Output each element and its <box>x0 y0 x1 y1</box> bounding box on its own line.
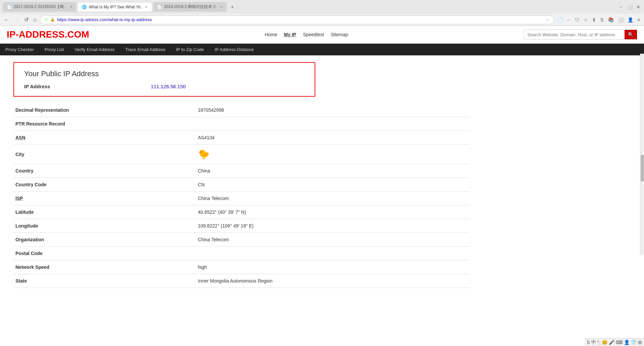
browser-tab-3[interactable]: 📄 2018-2019-2 网络对抗技术 2... ✕ <box>153 2 227 12</box>
row-value-network-speed: high <box>196 260 470 274</box>
menu-button[interactable]: ≡ <box>636 16 641 23</box>
maximize-button[interactable]: ⬜ <box>627 4 633 10</box>
ip-info-table: Decimal Representation 1870542998 PTR Re… <box>13 103 470 288</box>
ip-row: IP Address 111.126.56.150 <box>24 84 305 89</box>
subnav-proxy-checker[interactable]: Proxy Checker <box>0 44 39 55</box>
subnav-verify-email[interactable]: Verify Email Address <box>69 44 120 55</box>
table-row: Network Speed high <box>13 260 470 274</box>
table-row: Organization China Telecom <box>13 233 470 247</box>
subnav-trace-email[interactable]: Trace Email Address <box>120 44 171 55</box>
browser-chrome: 📄 2017-2018-2 20155303【网... ✕ 🌐 What Is … <box>0 0 644 26</box>
logo-highlight: A <box>19 29 25 40</box>
row-label-country: Country <box>13 164 196 178</box>
sub-nav: Proxy Checker Proxy List Verify Email Ad… <box>0 44 644 55</box>
nav-myip[interactable]: My IP <box>284 32 297 37</box>
tab3-favicon: 📄 <box>157 5 162 9</box>
url-input[interactable] <box>57 17 543 22</box>
ip-value[interactable]: 111.126.56.150 <box>151 84 186 89</box>
table-row: Postal Code <box>13 247 470 260</box>
row-label-postal-code: Postal Code <box>13 247 196 260</box>
search-button[interactable]: 🔍 <box>625 30 637 39</box>
main-nav: Home My IP Speedtest Sitemap <box>265 32 348 37</box>
forward-button[interactable]: → <box>13 15 21 24</box>
row-label-asn: ASN <box>13 131 196 145</box>
table-row: City 🐤 <box>13 145 470 164</box>
row-value-postal-code <box>196 247 470 260</box>
row-label-ptr: PTR Resource Record <box>13 117 196 131</box>
row-value-latitude: 40.6522° (40° 39′ 7″ N) <box>196 205 470 219</box>
window-controls: − ⬜ ✕ <box>618 4 641 10</box>
nav-speedtest[interactable]: Speedtest <box>303 32 324 37</box>
logo-suffix: DDRESS.COM <box>25 29 89 40</box>
ip-box-title: Your Public IP Address <box>24 69 305 78</box>
nav-home[interactable]: Home <box>265 32 277 37</box>
back-button[interactable]: ← <box>3 15 11 24</box>
search-input[interactable] <box>524 30 625 39</box>
bookmark-icon[interactable]: ☆ <box>545 17 550 22</box>
row-label-organization: Organization <box>13 233 196 247</box>
row-value-isp: China Telecom <box>196 192 470 205</box>
more-button[interactable]: ··· <box>566 16 572 23</box>
minimize-button[interactable]: − <box>618 4 624 10</box>
table-row: Decimal Representation 1870542998 <box>13 103 470 117</box>
row-label-latitude: Latitude <box>13 205 196 219</box>
address-bar-row: ← → ↺ ⌂ 🛡 🔒 ☆ 📄 ··· 🛡 ☆ ⬇ ⇅ 📚 ⬜ 👤 ≡ <box>0 14 644 26</box>
row-value-state: Inner Mongolia Autonomous Region <box>196 274 470 288</box>
tab2-close-icon[interactable]: ✕ <box>145 5 148 9</box>
table-row: State Inner Mongolia Autonomous Region <box>13 274 470 288</box>
scrollbar[interactable] <box>640 54 644 255</box>
home-button[interactable]: ⌂ <box>32 15 38 24</box>
shield-button[interactable]: 🛡 <box>574 16 581 23</box>
main-content: Your Public IP Address IP Address 111.12… <box>0 55 483 295</box>
row-value-organization: China Telecom <box>196 233 470 247</box>
city-duck-icon: 🐤 <box>198 149 210 159</box>
reader-mode-button[interactable]: 📄 <box>556 16 564 23</box>
table-row: Latitude 40.6522° (40° 39′ 7″ N) <box>13 205 470 219</box>
row-label-network-speed: Network Speed <box>13 260 196 274</box>
search-bar: 🔍 <box>524 30 637 40</box>
table-row: PTR Resource Record <box>13 117 470 131</box>
table-row: ASN AS4134 <box>13 131 470 145</box>
refresh-button[interactable]: ↺ <box>23 15 30 24</box>
tab3-close-icon[interactable]: ✕ <box>220 5 223 9</box>
site-header: IP-ADDRESS.COM Home My IP Speedtest Site… <box>0 26 644 44</box>
shield-icon: 🛡 <box>44 17 48 22</box>
history-button[interactable]: 📚 <box>607 16 615 23</box>
row-label-city: City <box>13 145 196 164</box>
row-value-asn: AS4134 <box>196 131 470 145</box>
close-button[interactable]: ✕ <box>635 4 641 10</box>
address-bar[interactable]: 🛡 🔒 ☆ <box>40 15 554 24</box>
isp-dotted-label: ISP <box>15 196 23 201</box>
profile-button[interactable]: 👤 <box>626 16 635 23</box>
nav-sitemap[interactable]: Sitemap <box>331 32 348 37</box>
subnav-ip-to-zip[interactable]: IP to Zip Code <box>171 44 209 55</box>
table-row: ISP China Telecom <box>13 192 470 205</box>
row-value-country: China <box>196 164 470 178</box>
site-logo[interactable]: IP-ADDRESS.COM <box>7 29 89 40</box>
bookmark-star-button[interactable]: ☆ <box>582 16 589 23</box>
tab1-favicon: 📄 <box>7 5 12 9</box>
tab1-title: 2017-2018-2 20155303【网... <box>14 4 66 10</box>
download-button[interactable]: ⬇ <box>591 16 597 23</box>
row-label-country-code: Country Code <box>13 178 196 192</box>
ip-address-box: Your Public IP Address IP Address 111.12… <box>13 62 315 97</box>
subnav-ip-distance[interactable]: IP Address Distance <box>209 44 259 55</box>
toolbar-icons: 📄 ··· 🛡 ☆ ⬇ ⇅ 📚 ⬜ 👤 ≡ <box>556 16 641 23</box>
sync-button[interactable]: ⇅ <box>599 16 605 23</box>
tab1-close-icon[interactable]: ✕ <box>70 5 72 9</box>
browser-tab-2[interactable]: 🌐 What Is My IP? See What Yo... ✕ <box>78 3 152 11</box>
browser-tab-1[interactable]: 📄 2017-2018-2 20155303【网... ✕ <box>3 2 76 12</box>
tab2-title: What Is My IP? See What Yo... <box>89 5 142 9</box>
tab3-title: 2018-2019-2 网络对抗技术 2... <box>164 4 217 10</box>
table-row: Longitude 109.8222° (109° 49′ 19″ E) <box>13 219 470 233</box>
row-value-city: 🐤 <box>196 145 470 164</box>
row-label-decimal: Decimal Representation <box>13 103 196 117</box>
row-value-decimal: 1870542998 <box>196 103 470 117</box>
scrollbar-thumb[interactable] <box>641 155 644 182</box>
ip-label: IP Address <box>24 84 50 89</box>
asn-dotted-label: ASN <box>15 135 25 140</box>
tab2-favicon: 🌐 <box>82 5 87 9</box>
container-button[interactable]: ⬜ <box>616 16 625 23</box>
new-tab-button[interactable]: + <box>228 3 236 11</box>
subnav-proxy-list[interactable]: Proxy List <box>39 44 69 55</box>
